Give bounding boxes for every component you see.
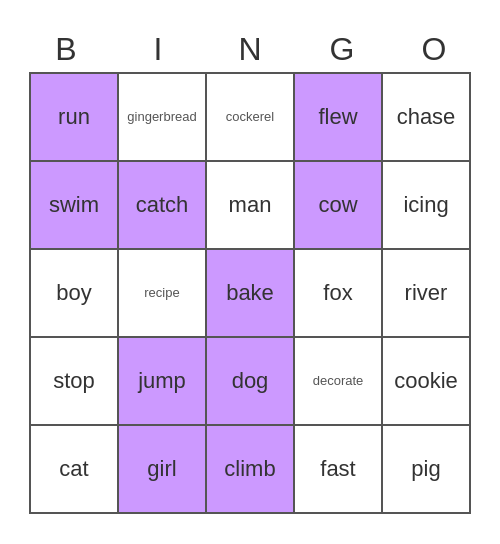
header-letter: B — [22, 31, 110, 68]
cell-text: river — [405, 280, 448, 306]
cell-text: girl — [147, 456, 176, 482]
cell-text: cat — [59, 456, 88, 482]
cell-text: icing — [403, 192, 448, 218]
cell-text: pig — [411, 456, 440, 482]
bingo-cell: run — [31, 74, 119, 162]
bingo-cell: decorate — [295, 338, 383, 426]
cell-text: dog — [232, 368, 269, 394]
bingo-cell: stop — [31, 338, 119, 426]
cell-text: flew — [318, 104, 357, 130]
cell-text: swim — [49, 192, 99, 218]
cell-text: jump — [138, 368, 186, 394]
bingo-cell: river — [383, 250, 471, 338]
cell-text: chase — [397, 104, 456, 130]
bingo-cell: catch — [119, 162, 207, 250]
bingo-cell: bake — [207, 250, 295, 338]
bingo-cell: boy — [31, 250, 119, 338]
cell-text: cookie — [394, 368, 458, 394]
bingo-cell: cookie — [383, 338, 471, 426]
bingo-grid: rungingerbreadcockerelflewchaseswimcatch… — [29, 72, 471, 514]
bingo-cell: fox — [295, 250, 383, 338]
bingo-cell: flew — [295, 74, 383, 162]
cell-text: climb — [224, 456, 275, 482]
bingo-cell: girl — [119, 426, 207, 514]
bingo-cell: swim — [31, 162, 119, 250]
cell-text: boy — [56, 280, 91, 306]
cell-text: bake — [226, 280, 274, 306]
bingo-header: BINGO — [20, 31, 480, 68]
bingo-card: BINGO rungingerbreadcockerelflewchaseswi… — [20, 31, 480, 514]
bingo-cell: icing — [383, 162, 471, 250]
bingo-cell: dog — [207, 338, 295, 426]
cell-text: fast — [320, 456, 355, 482]
cell-text: recipe — [144, 285, 179, 300]
bingo-cell: cat — [31, 426, 119, 514]
bingo-cell: climb — [207, 426, 295, 514]
bingo-cell: man — [207, 162, 295, 250]
cell-text: man — [229, 192, 272, 218]
bingo-cell: jump — [119, 338, 207, 426]
cell-text: fox — [323, 280, 352, 306]
cell-text: cockerel — [226, 109, 274, 124]
bingo-cell: gingerbread — [119, 74, 207, 162]
bingo-cell: recipe — [119, 250, 207, 338]
header-letter: O — [390, 31, 478, 68]
cell-text: run — [58, 104, 90, 130]
cell-text: decorate — [313, 373, 364, 388]
cell-text: catch — [136, 192, 189, 218]
header-letter: I — [114, 31, 202, 68]
cell-text: cow — [318, 192, 357, 218]
header-letter: N — [206, 31, 294, 68]
bingo-cell: fast — [295, 426, 383, 514]
bingo-cell: pig — [383, 426, 471, 514]
cell-text: gingerbread — [127, 109, 196, 124]
header-letter: G — [298, 31, 386, 68]
bingo-cell: cow — [295, 162, 383, 250]
bingo-cell: cockerel — [207, 74, 295, 162]
bingo-cell: chase — [383, 74, 471, 162]
cell-text: stop — [53, 368, 95, 394]
